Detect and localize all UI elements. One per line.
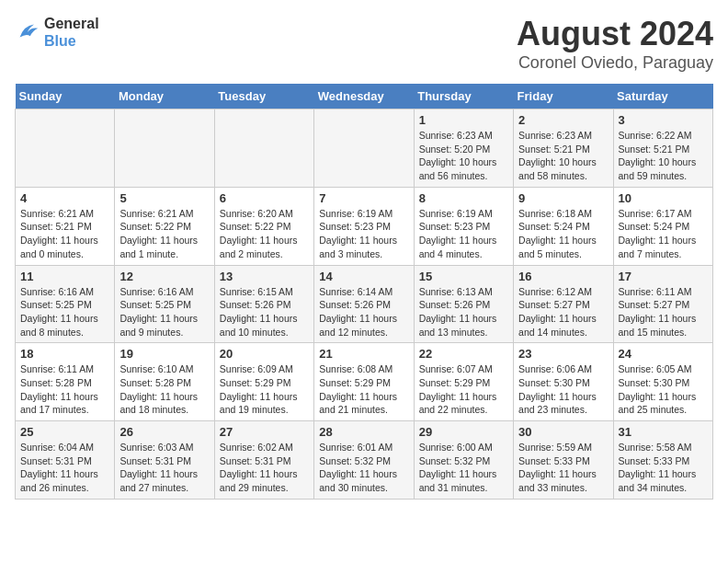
day-number: 5 — [119, 191, 209, 205]
day-number: 23 — [518, 347, 608, 361]
logo-icon — [15, 19, 40, 45]
calendar-table: SundayMondayTuesdayWednesdayThursdayFrid… — [15, 84, 713, 500]
day-info: Sunrise: 6:16 AMSunset: 5:25 PMDaylight:… — [119, 285, 209, 339]
day-number: 24 — [619, 347, 708, 361]
calendar-week-row: 18Sunrise: 6:11 AMSunset: 5:28 PMDayligh… — [16, 343, 713, 421]
calendar-cell: 30Sunrise: 5:59 AMSunset: 5:33 PMDayligh… — [514, 421, 613, 500]
calendar-cell: 25Sunrise: 6:04 AMSunset: 5:31 PMDayligh… — [16, 421, 115, 500]
day-info: Sunrise: 5:58 AMSunset: 5:33 PMDaylight:… — [619, 441, 708, 495]
day-info: Sunrise: 6:00 AMSunset: 5:32 PMDaylight:… — [419, 441, 508, 495]
calendar-cell: 1Sunrise: 6:23 AMSunset: 5:20 PMDaylight… — [414, 109, 513, 188]
day-number: 11 — [20, 270, 109, 283]
day-info: Sunrise: 6:08 AMSunset: 5:29 PMDaylight:… — [319, 362, 408, 417]
calendar-cell: 19Sunrise: 6:10 AMSunset: 5:28 PMDayligh… — [115, 343, 214, 421]
day-info: Sunrise: 6:20 AMSunset: 5:22 PMDaylight:… — [220, 207, 309, 261]
day-info: Sunrise: 6:18 AMSunset: 5:24 PMDaylight:… — [518, 207, 608, 261]
day-info: Sunrise: 6:23 AMSunset: 5:20 PMDaylight:… — [419, 129, 508, 183]
calendar-subtitle: Coronel Oviedo, Paraguay — [517, 53, 713, 73]
day-info: Sunrise: 6:19 AMSunset: 5:23 PMDaylight:… — [319, 207, 408, 261]
calendar-week-row: 11Sunrise: 6:16 AMSunset: 5:25 PMDayligh… — [16, 265, 713, 343]
day-number: 13 — [220, 270, 309, 283]
day-info: Sunrise: 6:04 AMSunset: 5:31 PMDaylight:… — [20, 441, 109, 495]
page-header: General Blue August 2024 Coronel Oviedo,… — [15, 15, 713, 73]
day-number: 12 — [119, 270, 209, 283]
calendar-cell: 13Sunrise: 6:15 AMSunset: 5:26 PMDayligh… — [214, 265, 313, 343]
day-info: Sunrise: 6:15 AMSunset: 5:26 PMDaylight:… — [220, 285, 309, 339]
day-number: 25 — [20, 425, 109, 439]
day-info: Sunrise: 6:16 AMSunset: 5:25 PMDaylight:… — [20, 285, 109, 339]
day-number: 17 — [619, 270, 708, 283]
header-sunday: Sunday — [16, 84, 115, 109]
title-block: August 2024 Coronel Oviedo, Paraguay — [517, 15, 713, 73]
day-info: Sunrise: 6:11 AMSunset: 5:28 PMDaylight:… — [20, 362, 109, 417]
calendar-cell: 6Sunrise: 6:20 AMSunset: 5:22 PMDaylight… — [214, 187, 313, 265]
calendar-cell — [314, 109, 414, 188]
calendar-cell: 10Sunrise: 6:17 AMSunset: 5:24 PMDayligh… — [613, 187, 712, 265]
day-info: Sunrise: 6:23 AMSunset: 5:21 PMDaylight:… — [518, 129, 608, 183]
day-info: Sunrise: 6:03 AMSunset: 5:31 PMDaylight:… — [119, 441, 209, 495]
day-number: 6 — [220, 191, 309, 205]
header-wednesday: Wednesday — [314, 84, 414, 109]
day-info: Sunrise: 6:02 AMSunset: 5:31 PMDaylight:… — [220, 441, 309, 495]
header-tuesday: Tuesday — [214, 84, 313, 109]
calendar-cell: 17Sunrise: 6:11 AMSunset: 5:27 PMDayligh… — [613, 265, 712, 343]
header-thursday: Thursday — [414, 84, 513, 109]
day-number: 19 — [119, 347, 209, 361]
day-info: Sunrise: 6:21 AMSunset: 5:21 PMDaylight:… — [20, 207, 109, 261]
calendar-cell: 14Sunrise: 6:14 AMSunset: 5:26 PMDayligh… — [314, 265, 414, 343]
calendar-cell — [214, 109, 313, 188]
day-info: Sunrise: 6:21 AMSunset: 5:22 PMDaylight:… — [119, 207, 209, 261]
day-info: Sunrise: 6:11 AMSunset: 5:27 PMDaylight:… — [619, 285, 708, 339]
calendar-cell: 5Sunrise: 6:21 AMSunset: 5:22 PMDaylight… — [115, 187, 214, 265]
calendar-cell: 4Sunrise: 6:21 AMSunset: 5:21 PMDaylight… — [16, 187, 115, 265]
calendar-cell: 24Sunrise: 6:05 AMSunset: 5:30 PMDayligh… — [613, 343, 712, 421]
day-number: 22 — [419, 347, 508, 361]
day-info: Sunrise: 6:10 AMSunset: 5:28 PMDaylight:… — [119, 362, 209, 417]
day-number: 14 — [319, 270, 408, 283]
calendar-cell: 22Sunrise: 6:07 AMSunset: 5:29 PMDayligh… — [414, 343, 513, 421]
day-info: Sunrise: 6:14 AMSunset: 5:26 PMDaylight:… — [319, 285, 408, 339]
calendar-cell: 8Sunrise: 6:19 AMSunset: 5:23 PMDaylight… — [414, 187, 513, 265]
day-info: Sunrise: 6:19 AMSunset: 5:23 PMDaylight:… — [419, 207, 508, 261]
day-number: 16 — [518, 270, 608, 283]
day-number: 4 — [20, 191, 109, 205]
calendar-cell: 15Sunrise: 6:13 AMSunset: 5:26 PMDayligh… — [414, 265, 513, 343]
day-number: 10 — [619, 191, 708, 205]
calendar-cell: 12Sunrise: 6:16 AMSunset: 5:25 PMDayligh… — [115, 265, 214, 343]
calendar-cell: 16Sunrise: 6:12 AMSunset: 5:27 PMDayligh… — [514, 265, 613, 343]
day-number: 8 — [419, 191, 508, 205]
day-info: Sunrise: 6:07 AMSunset: 5:29 PMDaylight:… — [419, 362, 508, 417]
calendar-cell: 3Sunrise: 6:22 AMSunset: 5:21 PMDaylight… — [613, 109, 712, 188]
calendar-week-row: 4Sunrise: 6:21 AMSunset: 5:21 PMDaylight… — [16, 187, 713, 265]
day-info: Sunrise: 6:06 AMSunset: 5:30 PMDaylight:… — [518, 362, 608, 417]
calendar-cell: 29Sunrise: 6:00 AMSunset: 5:32 PMDayligh… — [414, 421, 513, 500]
calendar-title: August 2024 — [517, 15, 713, 53]
calendar-cell: 31Sunrise: 5:58 AMSunset: 5:33 PMDayligh… — [613, 421, 712, 500]
day-info: Sunrise: 5:59 AMSunset: 5:33 PMDaylight:… — [518, 441, 608, 495]
day-number: 9 — [518, 191, 608, 205]
day-info: Sunrise: 6:17 AMSunset: 5:24 PMDaylight:… — [619, 207, 708, 261]
day-info: Sunrise: 6:12 AMSunset: 5:27 PMDaylight:… — [518, 285, 608, 339]
day-number: 26 — [119, 425, 209, 439]
calendar-cell: 18Sunrise: 6:11 AMSunset: 5:28 PMDayligh… — [16, 343, 115, 421]
day-info: Sunrise: 6:09 AMSunset: 5:29 PMDaylight:… — [220, 362, 309, 417]
day-number: 15 — [419, 270, 508, 283]
calendar-cell: 26Sunrise: 6:03 AMSunset: 5:31 PMDayligh… — [115, 421, 214, 500]
calendar-header-row: SundayMondayTuesdayWednesdayThursdayFrid… — [16, 84, 713, 109]
calendar-cell: 28Sunrise: 6:01 AMSunset: 5:32 PMDayligh… — [314, 421, 414, 500]
day-number: 28 — [319, 425, 408, 439]
calendar-cell: 11Sunrise: 6:16 AMSunset: 5:25 PMDayligh… — [16, 265, 115, 343]
day-number: 2 — [518, 113, 608, 127]
calendar-cell: 7Sunrise: 6:19 AMSunset: 5:23 PMDaylight… — [314, 187, 414, 265]
calendar-cell: 23Sunrise: 6:06 AMSunset: 5:30 PMDayligh… — [514, 343, 613, 421]
header-saturday: Saturday — [613, 84, 712, 109]
logo: General Blue — [15, 15, 99, 50]
calendar-cell: 21Sunrise: 6:08 AMSunset: 5:29 PMDayligh… — [314, 343, 414, 421]
day-number: 30 — [518, 425, 608, 439]
day-info: Sunrise: 6:13 AMSunset: 5:26 PMDaylight:… — [419, 285, 508, 339]
calendar-cell: 20Sunrise: 6:09 AMSunset: 5:29 PMDayligh… — [214, 343, 313, 421]
calendar-cell: 2Sunrise: 6:23 AMSunset: 5:21 PMDaylight… — [514, 109, 613, 188]
calendar-week-row: 25Sunrise: 6:04 AMSunset: 5:31 PMDayligh… — [16, 421, 713, 500]
day-info: Sunrise: 6:22 AMSunset: 5:21 PMDaylight:… — [619, 129, 708, 183]
day-number: 31 — [619, 425, 708, 439]
